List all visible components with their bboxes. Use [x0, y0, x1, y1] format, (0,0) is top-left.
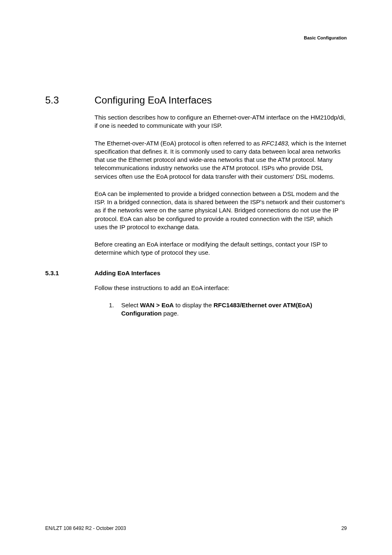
- paragraph-2-italic: RFC1483,: [262, 140, 290, 147]
- list-item1-bold-a: WAN > EoA: [140, 302, 174, 309]
- footer-left: EN/LZT 108 6492 R2 - October 2003: [45, 525, 126, 531]
- footer-page-number: 29: [341, 525, 347, 531]
- list-item1-text-c: page.: [161, 310, 179, 317]
- section-title: Configuring EoA Interfaces: [95, 94, 212, 106]
- page-footer: EN/LZT 108 6492 R2 - October 2003 29: [45, 525, 347, 531]
- list-item1-text-a: Select: [121, 302, 140, 309]
- subsection-heading: 5.3.1 Adding EoA Interfaces: [45, 269, 347, 276]
- paragraph-4: Before creating an EoA interface or modi…: [95, 240, 347, 257]
- main-content: 5.3 Configuring EoA Interfaces This sect…: [45, 94, 347, 327]
- list-marker-1: 1.: [109, 301, 121, 318]
- section-number: 5.3: [45, 94, 95, 106]
- ordered-list-item-1: 1. Select WAN > EoA to display the RFC14…: [109, 301, 347, 318]
- paragraph-2: The Ethernet-over-ATM (EoA) protocol is …: [95, 139, 347, 181]
- paragraph-1: This section describes how to configure …: [95, 113, 347, 130]
- list-content-1: Select WAN > EoA to display the RFC1483/…: [121, 301, 347, 318]
- paragraph-2-part1: The Ethernet-over-ATM (EoA) protocol is …: [95, 140, 262, 147]
- header-label: Basic Configuration: [304, 35, 347, 40]
- subsection-number: 5.3.1: [45, 269, 95, 276]
- list-item1-text-b: to display the: [174, 302, 214, 309]
- section-heading: 5.3 Configuring EoA Interfaces: [45, 94, 347, 106]
- paragraph-3: EoA can be implemented to provide a brid…: [95, 190, 347, 231]
- subsection-title: Adding EoA Interfaces: [95, 269, 160, 276]
- subsection-intro: Follow these instructions to add an EoA …: [95, 284, 347, 292]
